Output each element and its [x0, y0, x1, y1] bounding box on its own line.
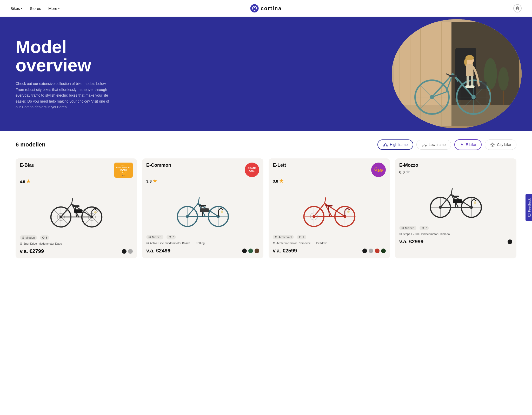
nav-more[interactable]: More	[48, 6, 60, 11]
filter-low-frame[interactable]: Low frame	[416, 140, 451, 150]
footer-emozzo: v.a. €2999	[399, 239, 512, 245]
spec-gears-label-ecommon: 7	[172, 236, 174, 239]
rating-value-emozzo: 0.0	[399, 170, 405, 174]
motor-text-eblau: SportDrive middenmotor Dapu	[23, 242, 62, 245]
filter-section: 6 modellen High frame Low frame	[0, 131, 532, 154]
hero-illustration	[394, 22, 519, 126]
price-elett: v.a. €2599	[273, 248, 297, 254]
gears-icon-3	[299, 236, 302, 238]
chain-icon-ecommon	[192, 242, 195, 244]
product-card-eblau[interactable]: E-Blau 2021BEST PRODUCTAWARD 🏆 4.5 ★	[16, 158, 137, 258]
spec-gears-elett: 1	[297, 235, 306, 239]
belt-icon-elett	[312, 242, 315, 244]
gears-icon	[42, 236, 45, 239]
motor-eblau: SportDrive middenmotor Dapu	[20, 242, 133, 245]
svg-point-41	[469, 85, 475, 88]
spec-motor-label-elett: Achterwiel	[278, 236, 292, 239]
star-icon-eblau: ★	[26, 179, 30, 184]
nav-bikes[interactable]: Bikes	[10, 6, 23, 11]
spec-motor-ecommon: Midden	[146, 235, 163, 239]
svg-point-117	[274, 243, 275, 244]
color-dot-gray-eblau	[128, 249, 133, 254]
motor-icon-4	[401, 227, 404, 229]
globe-icon	[515, 6, 520, 10]
svg-point-98	[147, 243, 148, 244]
motor-emozzo: Steps E-5000 middenmotor Shimano	[399, 232, 512, 236]
specs-ecommon: Midden 7	[146, 235, 259, 239]
svg-rect-118	[313, 243, 315, 243]
spec-gears-emozzo: 7	[420, 226, 429, 230]
logo-icon	[250, 4, 259, 12]
logo-text: CORTINA	[261, 5, 282, 11]
feedback-label: Feedback	[528, 198, 531, 212]
svg-rect-42	[528, 214, 530, 216]
color-dot-black-eblau	[122, 249, 127, 254]
rating-value-elett: 3.8	[273, 179, 278, 183]
product-name-elett: E-Lett	[273, 163, 286, 168]
motor-detail-icon-eblau	[20, 242, 22, 245]
nav-stores[interactable]: Stores	[30, 6, 41, 11]
spec-gears-eblau: 8	[40, 235, 49, 240]
svg-point-95	[149, 237, 150, 238]
filter-buttons: High frame Low frame E-bike	[377, 139, 516, 150]
svg-point-70	[94, 208, 96, 210]
motor2-text-ecommon: Ketting	[196, 242, 205, 245]
color-dot-black-emozzo	[508, 239, 512, 244]
motor-ecommon: Active Line middenmotor Bosch Ketting	[146, 242, 259, 245]
svg-point-93	[221, 211, 223, 213]
svg-point-111	[347, 211, 349, 213]
cortina-dealers-link[interactable]: Cortina dealers	[22, 105, 46, 109]
high-frame-label: High frame	[390, 143, 408, 147]
svg-marker-49	[461, 143, 463, 147]
svg-rect-32	[449, 75, 457, 77]
product-card-emozzo[interactable]: E-Mozzo 0.0 ★	[395, 158, 516, 258]
colors-elett	[362, 249, 386, 253]
filter-ebike[interactable]: E-bike	[454, 139, 482, 150]
motor-icon	[22, 236, 24, 239]
low-frame-icon	[422, 143, 427, 146]
product-card-ecommon[interactable]: E-Common GRATISACCU 3.8 ★	[142, 158, 263, 258]
color-dot-green-ecommon	[248, 249, 253, 253]
price-eblau: v.a. €2799	[20, 248, 44, 254]
product-name-emozzo: E-Mozzo	[399, 163, 418, 168]
hero-oval	[392, 19, 522, 128]
bike-image-ecommon	[146, 186, 259, 233]
star-icon-ecommon: ★	[153, 178, 157, 184]
svg-point-136	[400, 234, 401, 235]
svg-rect-72	[74, 210, 82, 213]
color-dot-darkgreen-elett	[381, 249, 386, 253]
motor-icon-2	[148, 236, 151, 238]
gratis-badge-ecommon: GRATISACCU	[245, 163, 259, 177]
motor-text-emozzo: Steps E-5000 middenmotor Shimano	[403, 232, 450, 236]
filter-high-frame[interactable]: High frame	[377, 139, 413, 150]
colors-emozzo	[508, 239, 512, 244]
high-frame-icon	[383, 143, 388, 146]
svg-rect-19	[394, 105, 519, 126]
feedback-tab[interactable]: Feedback	[526, 194, 532, 221]
svg-rect-109	[326, 205, 332, 206]
motor-text-ecommon: Active Line middenmotor Bosch	[150, 242, 190, 245]
cortina-logo-svg	[252, 6, 257, 11]
svg-point-80	[21, 243, 22, 244]
hero-text: Modeloverview Check out our extensive co…	[16, 38, 140, 110]
filter-city-bike[interactable]: City bike	[485, 139, 516, 150]
color-dot-black-elett	[362, 249, 367, 253]
goo-text: G100	[374, 167, 383, 172]
product-card-elett[interactable]: E-Lett G100 3.8 ★	[269, 158, 390, 258]
svg-point-78	[43, 237, 44, 239]
low-frame-label: Low frame	[429, 143, 445, 147]
motor-text-elett: Achterwielmotor Promovec	[276, 242, 310, 245]
motor-elett: Achterwielmotor Promovec Beltdrive	[273, 242, 386, 245]
hero-description: Check out our extensive collection of bi…	[16, 81, 114, 110]
footer-ecommon: v.a. €2499	[146, 248, 259, 254]
motor-detail-icon-emozzo	[399, 233, 402, 235]
gears-icon-2	[169, 236, 171, 238]
award-badge-eblau: 2021BEST PRODUCTAWARD 🏆	[114, 163, 133, 178]
model-count: 6 modellen	[16, 141, 45, 148]
svg-rect-18	[503, 91, 504, 105]
svg-rect-130	[453, 199, 462, 203]
nav-logo[interactable]: CORTINA	[250, 4, 282, 12]
language-button[interactable]	[513, 4, 522, 12]
svg-rect-39	[471, 76, 473, 86]
bike-svg-eblau	[48, 190, 105, 229]
